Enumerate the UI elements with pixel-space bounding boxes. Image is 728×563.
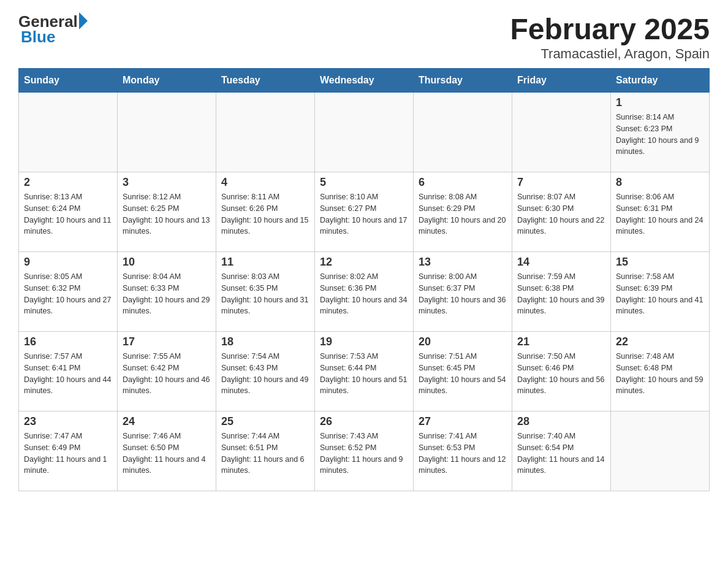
day-number: 8 xyxy=(616,176,704,189)
day-info: Sunrise: 8:02 AMSunset: 6:36 PMDaylight:… xyxy=(320,271,408,317)
day-number: 24 xyxy=(123,415,211,428)
day-number: 26 xyxy=(320,415,408,428)
day-info: Sunrise: 7:41 AMSunset: 6:53 PMDaylight:… xyxy=(419,431,507,477)
day-info: Sunrise: 7:58 AMSunset: 6:39 PMDaylight:… xyxy=(616,271,704,317)
day-info: Sunrise: 8:00 AMSunset: 6:37 PMDaylight:… xyxy=(419,271,507,317)
day-info: Sunrise: 7:40 AMSunset: 6:54 PMDaylight:… xyxy=(517,431,605,477)
calendar-cell xyxy=(216,93,315,172)
calendar-cell: 10Sunrise: 8:04 AMSunset: 6:33 PMDayligh… xyxy=(118,252,216,332)
day-info: Sunrise: 8:03 AMSunset: 6:35 PMDaylight:… xyxy=(221,271,309,317)
calendar-cell xyxy=(611,412,710,491)
page-title: February 2025 xyxy=(510,12,710,46)
page-subtitle: Tramacastiel, Aragon, Spain xyxy=(510,46,710,62)
day-number: 22 xyxy=(616,335,704,348)
calendar-cell: 8Sunrise: 8:06 AMSunset: 6:31 PMDaylight… xyxy=(611,172,710,252)
calendar-cell: 27Sunrise: 7:41 AMSunset: 6:53 PMDayligh… xyxy=(414,412,512,491)
day-number: 20 xyxy=(419,335,507,348)
day-info: Sunrise: 8:05 AMSunset: 6:32 PMDaylight:… xyxy=(24,271,112,317)
day-info: Sunrise: 8:10 AMSunset: 6:27 PMDaylight:… xyxy=(320,191,408,237)
day-number: 12 xyxy=(320,256,408,269)
day-number: 25 xyxy=(221,415,309,428)
calendar-cell: 6Sunrise: 8:08 AMSunset: 6:29 PMDaylight… xyxy=(414,172,512,252)
day-info: Sunrise: 8:07 AMSunset: 6:30 PMDaylight:… xyxy=(517,191,605,237)
calendar-cell xyxy=(118,93,216,172)
calendar-cell: 25Sunrise: 7:44 AMSunset: 6:51 PMDayligh… xyxy=(216,412,315,491)
calendar-cell: 20Sunrise: 7:51 AMSunset: 6:45 PMDayligh… xyxy=(414,332,512,412)
weekday-header: Sunday xyxy=(19,69,118,93)
calendar-week-row: 2Sunrise: 8:13 AMSunset: 6:24 PMDaylight… xyxy=(19,172,710,252)
calendar-cell: 22Sunrise: 7:48 AMSunset: 6:48 PMDayligh… xyxy=(611,332,710,412)
title-block: February 2025 Tramacastiel, Aragon, Spai… xyxy=(510,12,710,62)
day-number: 1 xyxy=(616,96,704,109)
day-info: Sunrise: 8:14 AMSunset: 6:23 PMDaylight:… xyxy=(616,112,704,158)
logo-arrow-icon xyxy=(79,12,88,29)
day-info: Sunrise: 7:44 AMSunset: 6:51 PMDaylight:… xyxy=(221,431,309,477)
day-info: Sunrise: 7:50 AMSunset: 6:46 PMDaylight:… xyxy=(517,351,605,397)
day-number: 28 xyxy=(517,415,605,428)
weekday-header: Tuesday xyxy=(216,69,315,93)
calendar-cell: 11Sunrise: 8:03 AMSunset: 6:35 PMDayligh… xyxy=(216,252,315,332)
day-number: 15 xyxy=(616,256,704,269)
day-info: Sunrise: 7:51 AMSunset: 6:45 PMDaylight:… xyxy=(419,351,507,397)
day-info: Sunrise: 7:57 AMSunset: 6:41 PMDaylight:… xyxy=(24,351,112,397)
calendar-cell: 9Sunrise: 8:05 AMSunset: 6:32 PMDaylight… xyxy=(19,252,118,332)
calendar-cell: 17Sunrise: 7:55 AMSunset: 6:42 PMDayligh… xyxy=(118,332,216,412)
day-number: 2 xyxy=(24,176,112,189)
day-info: Sunrise: 7:59 AMSunset: 6:38 PMDaylight:… xyxy=(517,271,605,317)
calendar-cell: 13Sunrise: 8:00 AMSunset: 6:37 PMDayligh… xyxy=(414,252,512,332)
weekday-header: Thursday xyxy=(414,69,512,93)
day-number: 3 xyxy=(123,176,211,189)
logo: General Blue xyxy=(18,12,88,47)
calendar-header-row: SundayMondayTuesdayWednesdayThursdayFrid… xyxy=(19,69,710,93)
day-info: Sunrise: 8:12 AMSunset: 6:25 PMDaylight:… xyxy=(123,191,211,237)
calendar-cell: 4Sunrise: 8:11 AMSunset: 6:26 PMDaylight… xyxy=(216,172,315,252)
weekday-header: Friday xyxy=(512,69,611,93)
calendar-table: SundayMondayTuesdayWednesdayThursdayFrid… xyxy=(18,68,710,491)
calendar-cell: 1Sunrise: 8:14 AMSunset: 6:23 PMDaylight… xyxy=(611,93,710,172)
calendar-week-row: 16Sunrise: 7:57 AMSunset: 6:41 PMDayligh… xyxy=(19,332,710,412)
day-info: Sunrise: 8:04 AMSunset: 6:33 PMDaylight:… xyxy=(123,271,211,317)
day-info: Sunrise: 8:08 AMSunset: 6:29 PMDaylight:… xyxy=(419,191,507,237)
calendar-cell xyxy=(19,93,118,172)
calendar-cell xyxy=(315,93,414,172)
day-info: Sunrise: 8:13 AMSunset: 6:24 PMDaylight:… xyxy=(24,191,112,237)
weekday-header: Monday xyxy=(118,69,216,93)
calendar-cell: 14Sunrise: 7:59 AMSunset: 6:38 PMDayligh… xyxy=(512,252,611,332)
day-info: Sunrise: 7:46 AMSunset: 6:50 PMDaylight:… xyxy=(123,431,211,477)
day-number: 21 xyxy=(517,335,605,348)
day-info: Sunrise: 7:54 AMSunset: 6:43 PMDaylight:… xyxy=(221,351,309,397)
calendar-cell: 23Sunrise: 7:47 AMSunset: 6:49 PMDayligh… xyxy=(19,412,118,491)
day-number: 14 xyxy=(517,256,605,269)
calendar-cell: 21Sunrise: 7:50 AMSunset: 6:46 PMDayligh… xyxy=(512,332,611,412)
calendar-cell: 18Sunrise: 7:54 AMSunset: 6:43 PMDayligh… xyxy=(216,332,315,412)
calendar-cell: 7Sunrise: 8:07 AMSunset: 6:30 PMDaylight… xyxy=(512,172,611,252)
weekday-header: Wednesday xyxy=(315,69,414,93)
day-info: Sunrise: 8:06 AMSunset: 6:31 PMDaylight:… xyxy=(616,191,704,237)
day-info: Sunrise: 7:47 AMSunset: 6:49 PMDaylight:… xyxy=(24,431,112,477)
day-info: Sunrise: 7:43 AMSunset: 6:52 PMDaylight:… xyxy=(320,431,408,477)
day-number: 11 xyxy=(221,256,309,269)
calendar-cell: 5Sunrise: 8:10 AMSunset: 6:27 PMDaylight… xyxy=(315,172,414,252)
day-number: 10 xyxy=(123,256,211,269)
day-number: 6 xyxy=(419,176,507,189)
day-number: 19 xyxy=(320,335,408,348)
calendar-cell: 12Sunrise: 8:02 AMSunset: 6:36 PMDayligh… xyxy=(315,252,414,332)
calendar-cell: 26Sunrise: 7:43 AMSunset: 6:52 PMDayligh… xyxy=(315,412,414,491)
day-number: 9 xyxy=(24,256,112,269)
day-info: Sunrise: 8:11 AMSunset: 6:26 PMDaylight:… xyxy=(221,191,309,237)
calendar-week-row: 23Sunrise: 7:47 AMSunset: 6:49 PMDayligh… xyxy=(19,412,710,491)
calendar-cell: 24Sunrise: 7:46 AMSunset: 6:50 PMDayligh… xyxy=(118,412,216,491)
day-number: 17 xyxy=(123,335,211,348)
calendar-cell: 16Sunrise: 7:57 AMSunset: 6:41 PMDayligh… xyxy=(19,332,118,412)
calendar-cell: 3Sunrise: 8:12 AMSunset: 6:25 PMDaylight… xyxy=(118,172,216,252)
calendar-week-row: 9Sunrise: 8:05 AMSunset: 6:32 PMDaylight… xyxy=(19,252,710,332)
calendar-cell: 15Sunrise: 7:58 AMSunset: 6:39 PMDayligh… xyxy=(611,252,710,332)
logo-blue-text: Blue xyxy=(21,28,55,47)
day-number: 13 xyxy=(419,256,507,269)
day-number: 27 xyxy=(419,415,507,428)
calendar-cell: 2Sunrise: 8:13 AMSunset: 6:24 PMDaylight… xyxy=(19,172,118,252)
page-header: General Blue February 2025 Tramacastiel,… xyxy=(18,12,710,62)
calendar-week-row: 1Sunrise: 8:14 AMSunset: 6:23 PMDaylight… xyxy=(19,93,710,172)
day-number: 18 xyxy=(221,335,309,348)
day-number: 7 xyxy=(517,176,605,189)
